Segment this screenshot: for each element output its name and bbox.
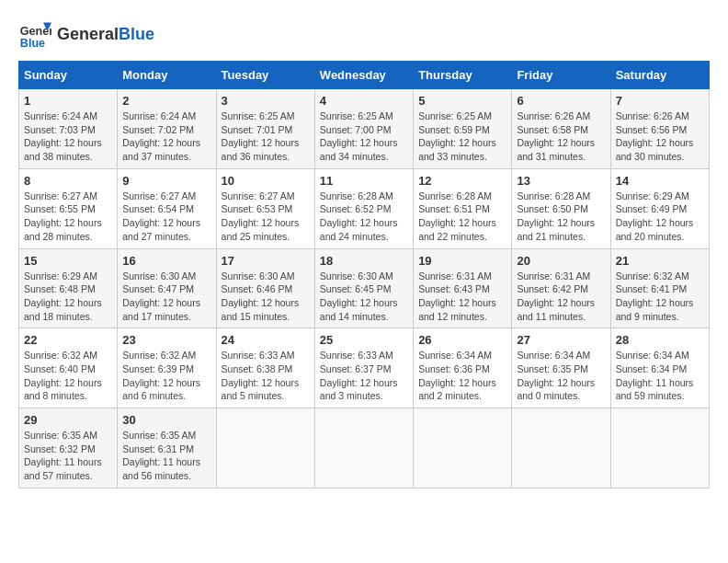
day-info: Sunrise: 6:29 AM Sunset: 6:48 PM Dayligh… bbox=[24, 270, 112, 324]
calendar-body: 1Sunrise: 6:24 AM Sunset: 7:03 PM Daylig… bbox=[19, 89, 710, 488]
header: General Blue GeneralBlue bbox=[18, 18, 710, 52]
calendar-cell: 27Sunrise: 6:34 AM Sunset: 6:35 PM Dayli… bbox=[512, 328, 610, 408]
calendar-week-row: 1Sunrise: 6:24 AM Sunset: 7:03 PM Daylig… bbox=[19, 89, 710, 169]
day-number: 26 bbox=[418, 333, 506, 347]
day-number: 28 bbox=[616, 333, 704, 347]
day-number: 23 bbox=[122, 333, 210, 347]
day-number: 9 bbox=[122, 174, 210, 188]
weekday-header-sunday: Sunday bbox=[19, 62, 118, 89]
calendar-cell: 1Sunrise: 6:24 AM Sunset: 7:03 PM Daylig… bbox=[19, 89, 118, 169]
day-info: Sunrise: 6:32 AM Sunset: 6:39 PM Dayligh… bbox=[122, 349, 210, 403]
day-info: Sunrise: 6:30 AM Sunset: 6:46 PM Dayligh… bbox=[222, 270, 310, 324]
day-info: Sunrise: 6:26 AM Sunset: 6:58 PM Dayligh… bbox=[517, 109, 605, 164]
day-number: 3 bbox=[222, 94, 310, 108]
day-number: 4 bbox=[320, 94, 408, 108]
day-info: Sunrise: 6:30 AM Sunset: 6:47 PM Dayligh… bbox=[122, 270, 210, 324]
calendar-cell: 24Sunrise: 6:33 AM Sunset: 6:38 PM Dayli… bbox=[216, 328, 314, 408]
calendar-cell: 28Sunrise: 6:34 AM Sunset: 6:34 PM Dayli… bbox=[610, 328, 709, 408]
calendar-cell bbox=[610, 408, 709, 488]
day-number: 10 bbox=[222, 174, 310, 188]
weekday-header-tuesday: Tuesday bbox=[216, 62, 314, 89]
calendar-cell bbox=[216, 408, 314, 488]
calendar-week-row: 8Sunrise: 6:27 AM Sunset: 6:55 PM Daylig… bbox=[19, 168, 710, 248]
svg-text:Blue: Blue bbox=[20, 37, 45, 50]
day-info: Sunrise: 6:28 AM Sunset: 6:51 PM Dayligh… bbox=[418, 190, 506, 244]
calendar-cell bbox=[512, 408, 610, 488]
calendar-cell: 23Sunrise: 6:32 AM Sunset: 6:39 PM Dayli… bbox=[118, 328, 216, 408]
day-number: 21 bbox=[616, 254, 704, 268]
calendar-cell: 20Sunrise: 6:31 AM Sunset: 6:42 PM Dayli… bbox=[512, 248, 610, 328]
calendar-cell: 5Sunrise: 6:25 AM Sunset: 6:59 PM Daylig… bbox=[414, 89, 512, 169]
calendar-cell: 7Sunrise: 6:26 AM Sunset: 6:56 PM Daylig… bbox=[610, 89, 709, 169]
calendar-week-row: 29Sunrise: 6:35 AM Sunset: 6:32 PM Dayli… bbox=[19, 408, 710, 488]
day-number: 13 bbox=[517, 174, 605, 188]
day-info: Sunrise: 6:27 AM Sunset: 6:53 PM Dayligh… bbox=[222, 190, 310, 244]
day-info: Sunrise: 6:26 AM Sunset: 6:56 PM Dayligh… bbox=[616, 109, 704, 164]
day-info: Sunrise: 6:30 AM Sunset: 6:45 PM Dayligh… bbox=[320, 270, 408, 324]
calendar-cell: 22Sunrise: 6:32 AM Sunset: 6:40 PM Dayli… bbox=[19, 328, 118, 408]
day-info: Sunrise: 6:34 AM Sunset: 6:34 PM Dayligh… bbox=[616, 349, 704, 403]
day-number: 6 bbox=[517, 94, 605, 108]
calendar-cell: 30Sunrise: 6:35 AM Sunset: 6:31 PM Dayli… bbox=[118, 408, 216, 488]
day-info: Sunrise: 6:31 AM Sunset: 6:43 PM Dayligh… bbox=[418, 270, 506, 324]
calendar-cell: 18Sunrise: 6:30 AM Sunset: 6:45 PM Dayli… bbox=[314, 248, 413, 328]
day-number: 12 bbox=[418, 174, 506, 188]
day-info: Sunrise: 6:25 AM Sunset: 7:00 PM Dayligh… bbox=[320, 109, 408, 164]
calendar-cell: 17Sunrise: 6:30 AM Sunset: 6:46 PM Dayli… bbox=[216, 248, 314, 328]
day-number: 15 bbox=[24, 254, 112, 268]
weekday-header-row: SundayMondayTuesdayWednesdayThursdayFrid… bbox=[19, 62, 710, 89]
calendar-cell: 8Sunrise: 6:27 AM Sunset: 6:55 PM Daylig… bbox=[19, 168, 118, 248]
day-info: Sunrise: 6:33 AM Sunset: 6:37 PM Dayligh… bbox=[320, 349, 408, 403]
day-info: Sunrise: 6:24 AM Sunset: 7:02 PM Dayligh… bbox=[122, 109, 210, 164]
day-info: Sunrise: 6:28 AM Sunset: 6:50 PM Dayligh… bbox=[517, 190, 605, 244]
day-info: Sunrise: 6:25 AM Sunset: 7:01 PM Dayligh… bbox=[222, 109, 310, 164]
day-number: 29 bbox=[24, 413, 112, 427]
calendar-cell: 15Sunrise: 6:29 AM Sunset: 6:48 PM Dayli… bbox=[19, 248, 118, 328]
weekday-header-saturday: Saturday bbox=[610, 62, 709, 89]
logo-icon: General Blue bbox=[18, 18, 51, 52]
day-info: Sunrise: 6:34 AM Sunset: 6:35 PM Dayligh… bbox=[517, 349, 605, 403]
day-number: 16 bbox=[122, 254, 210, 268]
calendar-week-row: 22Sunrise: 6:32 AM Sunset: 6:40 PM Dayli… bbox=[19, 328, 710, 408]
calendar-cell: 12Sunrise: 6:28 AM Sunset: 6:51 PM Dayli… bbox=[414, 168, 512, 248]
calendar-cell: 25Sunrise: 6:33 AM Sunset: 6:37 PM Dayli… bbox=[314, 328, 413, 408]
calendar-cell bbox=[414, 408, 512, 488]
calendar-cell bbox=[314, 408, 413, 488]
calendar-cell: 11Sunrise: 6:28 AM Sunset: 6:52 PM Dayli… bbox=[314, 168, 413, 248]
day-number: 19 bbox=[418, 254, 506, 268]
day-number: 25 bbox=[320, 333, 408, 347]
calendar-cell: 3Sunrise: 6:25 AM Sunset: 7:01 PM Daylig… bbox=[216, 89, 314, 169]
calendar-cell: 14Sunrise: 6:29 AM Sunset: 6:49 PM Dayli… bbox=[610, 168, 709, 248]
calendar-cell: 29Sunrise: 6:35 AM Sunset: 6:32 PM Dayli… bbox=[19, 408, 118, 488]
day-info: Sunrise: 6:33 AM Sunset: 6:38 PM Dayligh… bbox=[222, 349, 310, 403]
day-info: Sunrise: 6:24 AM Sunset: 7:03 PM Dayligh… bbox=[24, 109, 112, 164]
calendar-cell: 9Sunrise: 6:27 AM Sunset: 6:54 PM Daylig… bbox=[118, 168, 216, 248]
calendar-cell: 21Sunrise: 6:32 AM Sunset: 6:41 PM Dayli… bbox=[610, 248, 709, 328]
calendar-cell: 13Sunrise: 6:28 AM Sunset: 6:50 PM Dayli… bbox=[512, 168, 610, 248]
day-number: 22 bbox=[24, 333, 112, 347]
calendar-cell: 10Sunrise: 6:27 AM Sunset: 6:53 PM Dayli… bbox=[216, 168, 314, 248]
day-info: Sunrise: 6:31 AM Sunset: 6:42 PM Dayligh… bbox=[517, 270, 605, 324]
day-number: 27 bbox=[517, 333, 605, 347]
weekday-header-wednesday: Wednesday bbox=[314, 62, 413, 89]
day-number: 14 bbox=[616, 174, 704, 188]
calendar-week-row: 15Sunrise: 6:29 AM Sunset: 6:48 PM Dayli… bbox=[19, 248, 710, 328]
day-number: 17 bbox=[222, 254, 310, 268]
weekday-header-thursday: Thursday bbox=[414, 62, 512, 89]
day-info: Sunrise: 6:35 AM Sunset: 6:31 PM Dayligh… bbox=[122, 429, 210, 483]
day-info: Sunrise: 6:35 AM Sunset: 6:32 PM Dayligh… bbox=[24, 429, 112, 483]
day-info: Sunrise: 6:32 AM Sunset: 6:40 PM Dayligh… bbox=[24, 349, 112, 403]
day-info: Sunrise: 6:25 AM Sunset: 6:59 PM Dayligh… bbox=[418, 109, 506, 164]
day-info: Sunrise: 6:34 AM Sunset: 6:36 PM Dayligh… bbox=[418, 349, 506, 403]
calendar-cell: 4Sunrise: 6:25 AM Sunset: 7:00 PM Daylig… bbox=[314, 89, 413, 169]
day-info: Sunrise: 6:28 AM Sunset: 6:52 PM Dayligh… bbox=[320, 190, 408, 244]
day-info: Sunrise: 6:27 AM Sunset: 6:55 PM Dayligh… bbox=[24, 190, 112, 244]
day-number: 8 bbox=[24, 174, 112, 188]
weekday-header-friday: Friday bbox=[512, 62, 610, 89]
calendar-table: SundayMondayTuesdayWednesdayThursdayFrid… bbox=[18, 61, 710, 488]
weekday-header-monday: Monday bbox=[118, 62, 216, 89]
day-number: 30 bbox=[122, 413, 210, 427]
day-number: 1 bbox=[24, 94, 112, 108]
logo: General Blue GeneralBlue bbox=[18, 18, 154, 52]
calendar-cell: 19Sunrise: 6:31 AM Sunset: 6:43 PM Dayli… bbox=[414, 248, 512, 328]
